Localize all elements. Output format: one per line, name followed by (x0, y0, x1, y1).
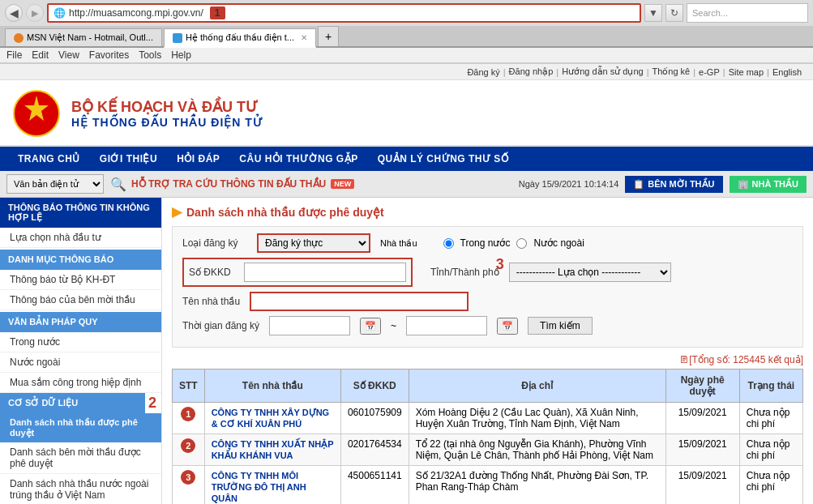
refresh-button[interactable]: ▼ (644, 4, 662, 22)
sidebar: THÔNG BÁO THÔNG TIN KHÔNG HỢP LỆ Lựa chọ… (0, 198, 162, 504)
radio-nuoc-ngoai-label: Nước ngoài (533, 237, 584, 249)
sidebar-item-nha-dau-tu[interactable]: Lựa chọn nhà đầu tư (0, 228, 161, 248)
main-nav: TRANG CHỦ GIỚI THIỆU HỎI ĐÁP CÂU HỎI THƯ… (0, 147, 813, 171)
table-row: 1 CÔNG TY TNHH XÂY DỰNG & CƠ KHÍ XUÂN PH… (173, 403, 803, 434)
sidebar-item-mua-sam[interactable]: Mua sắm công trong hiệp định (0, 373, 161, 393)
search-form: Loại đăng ký Đăng ký thực Nhà thầu Trong… (172, 226, 803, 348)
menu-edit[interactable]: Edit (32, 49, 49, 61)
link-dang-nhap[interactable]: Đăng nhập (509, 66, 554, 77)
nav-trang-chu[interactable]: TRANG CHỦ (8, 147, 90, 171)
cell-dia-chi: Số 21/32A1 đường Thống Nhất, Phường Đài … (409, 466, 665, 505)
ten-nha-thau-label: Tên nhà thầu (182, 296, 240, 307)
sidebar-co-so-title: CƠ SỞ DỮ LIỆU (0, 393, 145, 413)
link-huong-dan[interactable]: Hướng dẫn sử dụng (562, 66, 643, 77)
form-row-1: Loại đăng ký Đăng ký thực Nhà thầu Trong… (182, 233, 793, 253)
menu-help[interactable]: Help (171, 49, 191, 61)
form-row-2: Số ĐKKD Tỉnh/Thành phố 3 ------------ Lự… (182, 258, 793, 287)
tinh-tp-select[interactable]: ------------ Lựa chọn ------------ (509, 263, 671, 282)
cell-ten: CÔNG TY TNHH MÔI TRƯỜNG ĐÔ THỊ ANH QUÂN (204, 466, 340, 505)
btn-contractor[interactable]: 🏢 NHÀ THẦU (730, 176, 807, 193)
col-stt: STT (173, 369, 205, 403)
sidebar-item-ben-moi-thau[interactable]: Danh sách bên mời thầu được phê duyệt (0, 442, 161, 474)
cell-dkkd: 4500651141 (340, 466, 409, 505)
dau-thau-favicon (173, 33, 182, 43)
site-header-text: BỘ KẾ HOẠCH VÀ ĐẦU TƯ HỆ THỐNG ĐẤU THẦU … (71, 98, 263, 129)
ten-nha-thau-input[interactable] (250, 292, 469, 311)
menu-view[interactable]: View (58, 49, 79, 61)
link-english[interactable]: English (772, 67, 802, 77)
link-egp[interactable]: e-GP (699, 67, 720, 77)
company-link[interactable]: CÔNG TY TNHH MÔI TRƯỜNG ĐÔ THỊ ANH QUÂN (212, 471, 306, 503)
page-title-icon: ▶ (172, 204, 182, 220)
calendar-to-btn[interactable]: 📅 (497, 318, 518, 335)
sidebar-item-trong-nuoc[interactable]: Trong nước (0, 332, 161, 352)
cell-stt: 2 (173, 434, 205, 466)
menu-file[interactable]: File (6, 49, 22, 61)
cell-dia-chi: Tổ 22 (tại nhà ông Nguyễn Gia Khánh), Ph… (409, 434, 665, 466)
cell-stt: 3 (173, 466, 205, 505)
tab-msn-label: MSN Việt Nam - Hotmail, Outl... (27, 32, 153, 43)
callout-2: 2 (148, 395, 156, 412)
emblem-svg (12, 89, 61, 138)
callout-1: 1 (210, 6, 225, 19)
radio-nuoc-ngoai[interactable] (516, 238, 527, 249)
nav-quan-ly[interactable]: QUẢN LÝ CHỨNG THƯ SỐ (368, 147, 519, 171)
main-layout: THÔNG BÁO THÔNG TIN KHÔNG HỢP LỆ Lựa chọ… (0, 198, 813, 504)
thoi-gian-label: Thời gian đăng ký (182, 320, 259, 331)
sidebar-item-nuoc-ngoai-trung-thau[interactable]: Danh sách nhà thầu nước ngoài trúng thầu… (0, 474, 161, 504)
tab-msn[interactable]: MSN Việt Nam - Hotmail, Outl... (5, 28, 162, 46)
back-button[interactable]: ◀ (5, 4, 23, 22)
nav-hoi-dap[interactable]: HỎI ĐÁP (167, 147, 229, 171)
radio-trong-nuoc-label: Trong nước (460, 237, 511, 249)
form-row-3: Tên nhà thầu (182, 292, 793, 311)
calendar-from-btn[interactable]: 📅 (360, 318, 381, 335)
loai-dang-ky-label: Loại đăng ký (182, 237, 247, 249)
sidebar-item-nuoc-ngoai[interactable]: Nước ngoài (0, 352, 161, 373)
link-thong-ke[interactable]: Thống kê (652, 66, 690, 77)
sidebar-alert-title: THÔNG BÁO THÔNG TIN KHÔNG HỢP LỆ (0, 198, 161, 228)
col-ten: Tên nhà thầu (204, 369, 340, 403)
cell-trang-thai: Chưa nộp chi phí (739, 466, 802, 505)
sidebar-item-nha-thau-phe-duyet[interactable]: Danh sách nhà thầu được phê duyệt (0, 413, 161, 442)
tinh-tp-label: Tỉnh/Thành phố (430, 267, 499, 278)
reload-button[interactable]: ↻ (665, 4, 683, 22)
so-dkkd-group: Số ĐKKD (182, 258, 413, 287)
radio-trong-nuoc[interactable] (443, 238, 454, 249)
sidebar-item-bkh[interactable]: Thông báo từ Bộ KH-ĐT (0, 270, 161, 290)
cell-dkkd: 0601075909 (340, 403, 409, 434)
sidebar-item-moi-thau[interactable]: Thông báo của bên mời thầu (0, 290, 161, 310)
top-links-bar: Đăng ký | Đăng nhập | Hướng dẫn sử dụng … (0, 64, 813, 80)
address-bar[interactable]: 🌐 http://muasamcong.mpi.gov.vn/ 1 (47, 3, 641, 23)
browser-search-bar[interactable]: Search... (687, 3, 808, 23)
loai-dang-ky-select[interactable]: Đăng ký thực (257, 233, 370, 253)
link-dang-ky[interactable]: Đăng ký (467, 67, 499, 77)
browser-tabs: MSN Việt Nam - Hotmail, Outl... Hệ thống… (0, 26, 813, 48)
doc-type-select[interactable]: Văn bản điện tử (6, 174, 104, 194)
results-info: 🖹[Tổng số: 125445 kết quả] (172, 354, 803, 365)
so-dkkd-input[interactable] (244, 263, 406, 282)
tab-dau-thau[interactable]: Hệ thống đấu thầu điện t... ✕ (164, 28, 316, 48)
company-link[interactable]: CÔNG TY TNHH XUẤT NHẬP KHẨU KHÁNH VUA (212, 439, 334, 460)
col-ngay: Ngày phê duyệt (665, 369, 739, 403)
nha-thau-label: Nhà thầu (380, 238, 417, 249)
company-link[interactable]: CÔNG TY TNHH XÂY DỰNG & CƠ KHÍ XUÂN PHÚ (212, 408, 330, 429)
tab-new[interactable]: + (318, 26, 339, 46)
btn-invite[interactable]: 📋 BÊN MỜI THẦU (625, 176, 722, 193)
browser-toolbar: ◀ ▶ 🌐 http://muasamcong.mpi.gov.vn/ 1 ▼ … (0, 0, 813, 26)
menu-favorites[interactable]: Favorites (89, 49, 129, 61)
link-sitemap[interactable]: Site map (729, 67, 764, 77)
form-row-4: Thời gian đăng ký 📅 ~ 📅 Tìm kiếm (182, 316, 793, 335)
nav-gioi-thieu[interactable]: GIỚI THIỆU (90, 147, 167, 171)
tab-close-icon[interactable]: ✕ (301, 33, 307, 42)
date-text: Ngày 15/9/2021 10:14:14 (519, 179, 619, 189)
thoi-gian-to[interactable] (406, 316, 487, 335)
page-title: ▶ Danh sách nhà thầu được phê duyệt (172, 204, 803, 220)
nav-cau-hoi[interactable]: CÂU HỎI THƯỜNG GẶP (229, 147, 367, 171)
forward-button[interactable]: ▶ (26, 4, 44, 22)
search-info: 🔍 HỖ TRỢ TRA CỨU THÔNG TIN ĐẤU THẦU NEW (110, 177, 354, 192)
callout-3: 3 (496, 256, 504, 273)
site-logo (8, 85, 65, 142)
menu-tools[interactable]: Tools (139, 49, 161, 61)
thoi-gian-from[interactable] (269, 316, 350, 335)
search-btn[interactable]: Tìm kiếm (528, 317, 593, 335)
